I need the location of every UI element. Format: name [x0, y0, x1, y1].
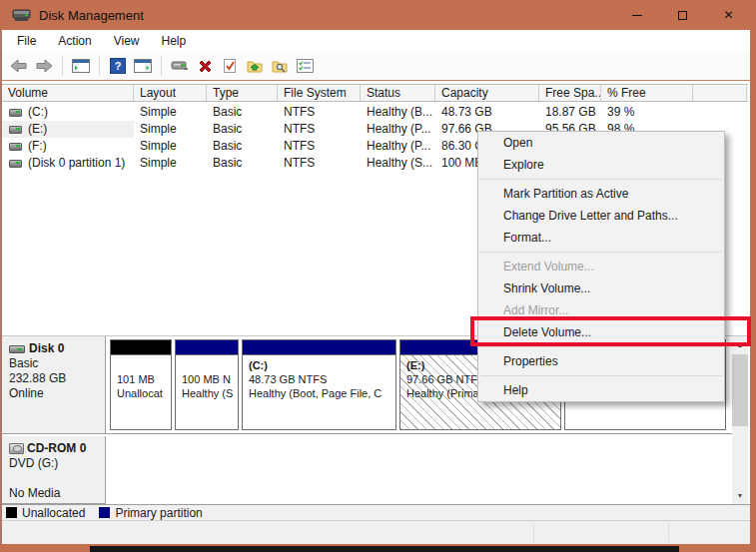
context-menu: Open Explore Mark Partition as Active Ch… [477, 131, 725, 402]
menu-item-explore[interactable]: Explore [478, 154, 724, 176]
device-icon[interactable] [170, 56, 190, 76]
menu-separator [480, 252, 722, 253]
header-volume[interactable]: Volume [2, 85, 134, 101]
cdrom-icon [9, 443, 24, 454]
volume-icon [9, 143, 22, 151]
cdrom-type: DVD (G:) [9, 456, 105, 471]
menu-item-shrink-volume[interactable]: Shrink Volume... [478, 277, 724, 299]
status-bar [2, 520, 750, 544]
window-border-right [750, 0, 756, 552]
disk0-name: Disk 0 [29, 341, 64, 355]
toolbar-separator [62, 56, 63, 76]
menu-file[interactable]: File [6, 30, 47, 52]
back-arrow-icon[interactable] [9, 56, 29, 76]
menu-separator [480, 346, 722, 347]
scroll-down-icon[interactable]: ▼ [732, 487, 748, 504]
menu-bar: File Action View Help [2, 30, 750, 52]
window-border-bottom [0, 544, 756, 552]
disk0-size: 232.88 GB [9, 371, 105, 386]
svg-text:?: ? [115, 60, 122, 72]
help-icon[interactable]: ? [108, 56, 128, 76]
menu-item-format[interactable]: Format... [478, 227, 724, 249]
statusbar-separator [668, 524, 669, 542]
action-pane-icon[interactable] [133, 56, 153, 76]
cdrom-card[interactable]: CD-ROM 0 DVD (G:) No Media [2, 436, 106, 504]
header-capacity[interactable]: Capacity [435, 85, 539, 101]
check-document-icon[interactable] [220, 56, 240, 76]
partition-system-reserved[interactable]: 100 MB N Healthy (S [175, 339, 239, 430]
partition-band [243, 340, 395, 355]
task-list-icon[interactable] [295, 56, 315, 76]
menu-item-change-drive-letter[interactable]: Change Drive Letter and Paths... [478, 205, 724, 227]
menu-separator [480, 375, 722, 376]
menu-help[interactable]: Help [151, 30, 198, 52]
table-row-c[interactable]: (C:) Simple Basic NTFS Healthy (B... 48.… [2, 104, 748, 121]
header-file-system[interactable]: File System [278, 85, 361, 101]
disk0-card[interactable]: Disk 0 Basic 232.88 GB Online [2, 336, 106, 434]
menu-item-properties[interactable]: Properties [478, 350, 724, 372]
folder-up-icon[interactable] [245, 56, 265, 76]
header-layout[interactable]: Layout [134, 85, 207, 101]
minimize-button[interactable] [614, 0, 659, 30]
volume-list-header: Volume Layout Type File System Status Ca… [2, 84, 748, 102]
cdrom-graph-area [106, 436, 732, 504]
toolbar: ? [2, 52, 750, 81]
volume-icon [9, 126, 22, 134]
toolbar-separator [161, 56, 162, 76]
header-status[interactable]: Status [361, 85, 435, 101]
partition-band [176, 340, 238, 355]
close-button[interactable]: ✕ [706, 0, 751, 30]
folder-find-icon[interactable] [270, 56, 290, 76]
menu-action[interactable]: Action [47, 30, 102, 52]
menu-item-open[interactable]: Open [478, 132, 724, 154]
menu-item-extend-volume: Extend Volume... [478, 256, 724, 277]
legend-unallocated: Unallocated [22, 506, 85, 520]
menu-view[interactable]: View [103, 30, 151, 52]
menu-item-mark-partition-active[interactable]: Mark Partition as Active [478, 183, 724, 205]
title-bar: Disk Management ✕ [0, 0, 756, 30]
scrollbar-thumb[interactable] [732, 354, 748, 426]
menu-separator [480, 179, 722, 180]
header-type[interactable]: Type [207, 85, 278, 101]
disk0-type: Basic [9, 356, 105, 371]
cdrom-name: CD-ROM 0 [27, 441, 86, 455]
forward-arrow-icon[interactable] [34, 56, 54, 76]
vertical-scrollbar[interactable]: ▲ ▼ [732, 336, 748, 504]
header-free-space[interactable]: Free Spa... [539, 85, 601, 101]
cdrom-status: No Media [9, 486, 105, 501]
window-title: Disk Management [39, 8, 144, 23]
header-blank[interactable] [693, 85, 747, 101]
menu-item-help[interactable]: Help [478, 379, 724, 401]
statusbar-separator [533, 524, 534, 542]
disk-management-window: Disk Management ✕ File Action View Help … [0, 0, 756, 552]
app-disk-icon [12, 8, 31, 23]
legend-bar: Unallocated Primary partition [2, 504, 750, 520]
maximize-button[interactable] [660, 0, 705, 30]
console-tree-icon[interactable] [71, 56, 91, 76]
primary-partition-swatch [99, 507, 110, 518]
disk0-status: Online [9, 386, 105, 401]
partition-band [111, 340, 171, 355]
disk-icon [9, 345, 25, 353]
partition-unallocated[interactable]: 101 MB Unallocat [110, 339, 172, 430]
header-pct-free[interactable]: % Free [601, 85, 693, 101]
legend-primary-partition: Primary partition [115, 506, 202, 520]
unallocated-swatch [6, 507, 17, 518]
toolbar-separator [99, 56, 100, 76]
partition-c[interactable]: (C:) 48.73 GB NTFS Healthy (Boot, Page F… [242, 339, 396, 430]
delete-x-icon[interactable] [195, 56, 215, 76]
volume-icon [9, 109, 22, 117]
volume-icon [9, 160, 22, 168]
window-border-left [0, 30, 2, 552]
delete-volume-highlight-box [470, 316, 751, 346]
